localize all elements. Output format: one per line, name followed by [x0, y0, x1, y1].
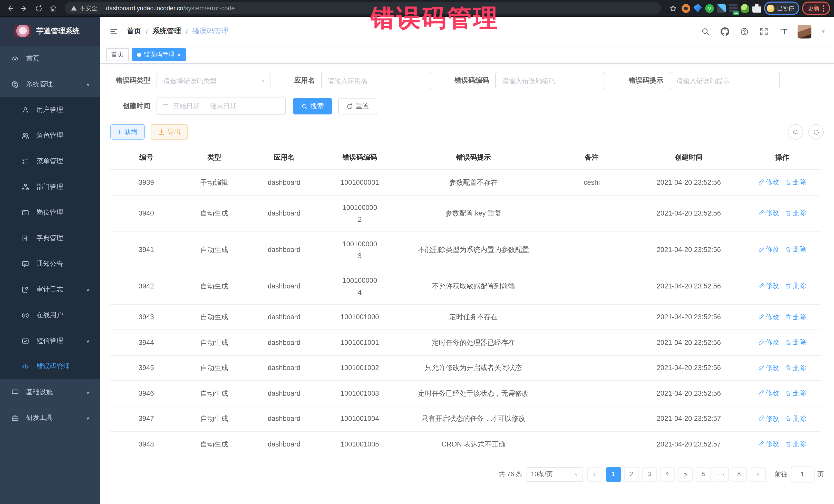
error-code-input[interactable] [501, 76, 599, 85]
page-button-2[interactable]: 2 [624, 467, 639, 482]
font-size-icon[interactable]: TT [778, 26, 788, 37]
cell-id: 3940 [110, 195, 182, 232]
browser-update-chip[interactable]: 更新 [802, 2, 830, 15]
page-ellipsis[interactable]: ··· [714, 467, 728, 482]
add-button[interactable]: + 新增 [110, 124, 145, 139]
sidebar-item-users[interactable]: 角色管理 [0, 123, 100, 148]
delete-link[interactable]: 删除 [785, 243, 806, 255]
refresh-table-button[interactable] [808, 124, 824, 139]
update-chip-label: 更新 [808, 4, 820, 12]
online-icon [22, 311, 29, 319]
export-button[interactable]: 导出 [151, 124, 188, 139]
sidebar-item-tools[interactable]: 研发工具∨ [0, 405, 100, 431]
help-icon[interactable] [739, 26, 749, 37]
extension-icon-on-badge[interactable]: on [729, 4, 738, 13]
search-icon[interactable] [700, 26, 710, 37]
tag-close-icon[interactable]: × [177, 51, 181, 58]
error-code-field[interactable] [495, 72, 605, 89]
filter-msg-label: 错误码提示 [629, 76, 663, 85]
goto-page-input[interactable] [791, 466, 814, 482]
delete-link[interactable]: 删除 [785, 438, 806, 450]
sidebar-item-user[interactable]: 用户管理 [0, 97, 100, 123]
sidebar-item-org-tree[interactable]: 部门管理 [0, 174, 100, 200]
page-size-select[interactable]: 10条/页 ∨ [526, 467, 583, 482]
edit-link[interactable]: 修改 [758, 311, 779, 323]
sidebar-item-infra[interactable]: 基础设施∨ [0, 379, 100, 405]
sidebar-item-menu-list[interactable]: 菜单管理 [0, 148, 100, 174]
breadcrumb-home[interactable]: 首页 [127, 27, 141, 36]
error-code-type-input[interactable] [162, 76, 261, 85]
edit-link[interactable]: 修改 [758, 207, 779, 219]
page-button-5[interactable]: 5 [678, 467, 693, 482]
sidebar-item-log[interactable]: 审计日志∨ [0, 277, 100, 302]
tag-home[interactable]: 首页 [106, 48, 129, 61]
extension-icon-shield[interactable] [682, 4, 690, 13]
reset-button[interactable]: 重置 [338, 98, 377, 114]
edit-link[interactable]: 修改 [758, 176, 779, 188]
sidebar-item-code[interactable]: 错误码管理 [0, 354, 100, 379]
edit-link[interactable]: 修改 [758, 280, 779, 292]
breadcrumb-system[interactable]: 系统管理 [152, 27, 181, 36]
delete-link[interactable]: 删除 [785, 280, 806, 292]
page-button-4[interactable]: 4 [660, 467, 675, 482]
profile-chip[interactable]: 已暂停 [764, 2, 799, 15]
toggle-search-button[interactable] [788, 124, 803, 139]
reload-icon[interactable] [33, 3, 44, 14]
sidebar-item-book[interactable]: 字典管理 [0, 225, 100, 251]
sidebar-logo[interactable]: 芋道管理系统 [0, 17, 100, 46]
edit-link[interactable]: 修改 [758, 387, 779, 399]
page-button-8[interactable]: 8 [731, 467, 746, 482]
edit-link[interactable]: 修改 [758, 243, 779, 255]
extension-icon-check[interactable]: v [705, 4, 714, 13]
avatar-caret-icon[interactable]: ▼ [821, 28, 826, 34]
edit-link[interactable]: 修改 [758, 438, 779, 450]
prev-page-button[interactable]: ‹ [587, 467, 602, 482]
delete-link[interactable]: 删除 [785, 387, 806, 399]
back-icon[interactable] [4, 3, 15, 14]
extension-icon-gem[interactable] [694, 4, 702, 13]
error-msg-input[interactable] [675, 76, 774, 85]
extension-icon-key[interactable] [741, 4, 749, 13]
sidebar-item-gear[interactable]: 系统管理∧ [0, 71, 100, 97]
page-button-6[interactable]: 6 [696, 467, 710, 482]
edit-link[interactable]: 修改 [758, 336, 779, 348]
app-name-input[interactable] [327, 76, 425, 85]
tag-error-code[interactable]: 错误码管理 × [132, 48, 186, 61]
extension-icon-grid[interactable] [717, 4, 726, 13]
next-page-button[interactable]: › [751, 467, 766, 482]
github-icon[interactable] [720, 26, 730, 37]
page-button-1[interactable]: 1 [606, 467, 621, 482]
hamburger-icon[interactable] [108, 26, 118, 37]
delete-link[interactable]: 删除 [785, 336, 806, 348]
app-name-field[interactable] [321, 72, 431, 89]
page-button-3[interactable]: 3 [642, 467, 657, 482]
home-icon[interactable] [47, 3, 59, 14]
fullscreen-icon[interactable] [759, 26, 769, 37]
browser-menu-kebab-icon[interactable] [823, 5, 824, 12]
user-avatar[interactable] [797, 24, 811, 38]
sidebar-item-megaphone[interactable]: 通知公告 [0, 251, 100, 277]
address-bar[interactable]: 不安全 dashboard.yudao.iocoder.cn/system/er… [65, 2, 661, 14]
forward-icon[interactable] [19, 3, 30, 14]
bookmark-star-icon[interactable] [667, 3, 679, 14]
search-button[interactable]: 搜索 [293, 98, 332, 114]
error-code-type-select[interactable]: ∨ [156, 72, 270, 89]
create-time-range-picker[interactable]: 开始日期 - 结束日期 [156, 97, 286, 115]
not-secure-badge[interactable]: 不安全 [71, 4, 97, 12]
extensions-puzzle-icon[interactable] [752, 4, 761, 13]
sidebar-item-online[interactable]: 在线用户 [0, 302, 100, 328]
cell-type: 自动生成 [182, 355, 246, 380]
edit-link[interactable]: 修改 [758, 412, 779, 424]
delete-link[interactable]: 删除 [785, 207, 806, 219]
delete-link[interactable]: 删除 [785, 311, 806, 323]
sidebar-item-sms[interactable]: 短信管理∨ [0, 328, 100, 354]
delete-link[interactable]: 删除 [785, 412, 806, 424]
delete-icon [785, 339, 791, 345]
table-row: 3948自动生成dashboard1001001005CRON 表达式不正确20… [110, 431, 821, 457]
sidebar-item-badge[interactable]: 岗位管理 [0, 200, 100, 225]
delete-link[interactable]: 删除 [785, 176, 806, 188]
error-msg-field[interactable] [670, 72, 780, 89]
edit-link[interactable]: 修改 [758, 361, 779, 373]
sidebar-item-dashboard[interactable]: 首页 [0, 46, 100, 71]
delete-link[interactable]: 删除 [785, 361, 806, 373]
